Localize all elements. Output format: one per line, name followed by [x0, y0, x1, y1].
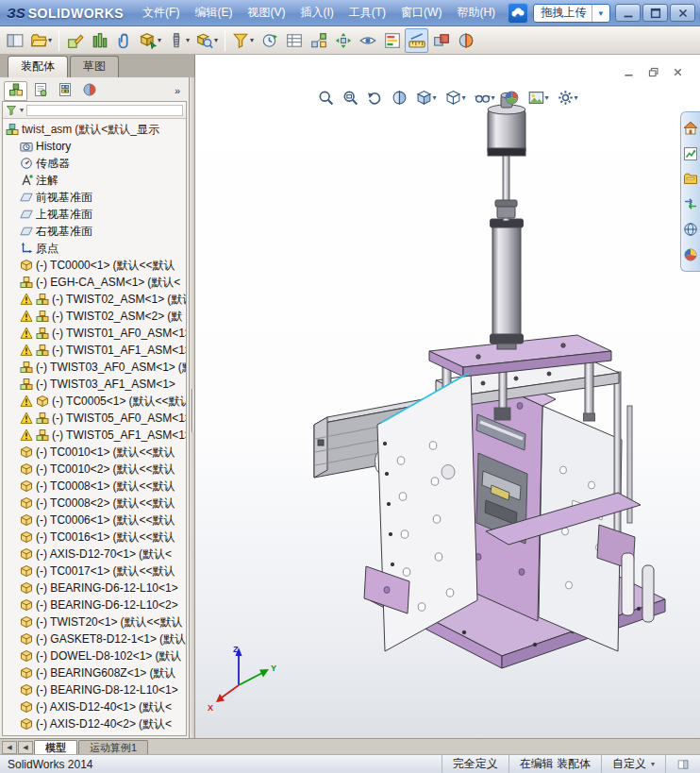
assembly-visualization-button[interactable] [380, 28, 404, 53]
tree-item[interactable]: (-) TWIST03_AF1_ASM<1> [3, 376, 186, 393]
home-tab[interactable] [683, 121, 698, 136]
tree-item[interactable]: (-) BEARING-D8-12-L10<1> [3, 681, 186, 698]
bill-of-materials-button[interactable] [282, 28, 306, 53]
tab-model[interactable]: 模型 [34, 740, 77, 754]
tab-motion-study[interactable]: 运动算例1 [78, 740, 148, 754]
tree-item[interactable]: twist_asm(默认<默认_显示 [3, 121, 186, 138]
move-component-button[interactable] [331, 28, 355, 53]
display-pane-button[interactable] [3, 28, 26, 53]
tree-item[interactable]: (-) TC0005<1>(默认<<默认 [3, 393, 186, 410]
zoom-to-area-button[interactable] [341, 89, 358, 107]
tree-item[interactable]: (-) AXIS-D12-40<1>(默认< [3, 698, 186, 715]
interference-detection-button[interactable] [429, 28, 453, 53]
new-motion-study-button[interactable] [258, 28, 281, 53]
document-minimize-button[interactable] [622, 66, 636, 78]
tree-item[interactable]: (-) GASKET8-D12-1<1>(默认 [3, 630, 186, 647]
filter-input[interactable] [26, 105, 183, 116]
tree-item[interactable]: (-) TC0008<1>(默认<<默认 [3, 478, 186, 495]
tree-item[interactable]: (-) AXIS-D12-40<2>(默认< [3, 715, 186, 732]
show-hidden-components-button[interactable] [356, 28, 379, 53]
command-tab[interactable]: 草图 [70, 56, 119, 77]
assembly-features-button[interactable]: ▾ [229, 28, 257, 53]
tree-item[interactable]: (-) TC0008<2>(默认<<默认 [3, 495, 186, 512]
tree-item[interactable]: (-) TWIST02_ASM<2>(默 [3, 308, 186, 325]
tree-item[interactable]: (-) TC0010<2>(默认<<默认 [3, 461, 186, 478]
configuration-manager-tab[interactable] [53, 81, 76, 101]
display-manager-tab[interactable] [77, 81, 101, 101]
tree-item[interactable]: 传感器 [3, 155, 186, 172]
command-tab[interactable]: 装配体 [8, 56, 68, 77]
tree-item[interactable]: (-) BEARING-D6-12-L10<1> [3, 580, 186, 597]
apply-scene-button[interactable]: ▾ [527, 89, 550, 107]
document-restore-button[interactable] [646, 66, 660, 78]
document-close-button[interactable] [671, 66, 685, 78]
menu-item[interactable]: 帮助(H) [449, 0, 503, 25]
tree-item[interactable]: History [3, 138, 186, 155]
menu-item[interactable]: 视图(V) [240, 0, 292, 25]
tree-item[interactable]: (-) BEARING608Z<1>(默认 [3, 664, 186, 681]
panel-splitter[interactable] [189, 77, 195, 738]
virtual-sharp-button[interactable] [88, 28, 111, 53]
design-library-tab[interactable] [683, 172, 698, 187]
tree-item[interactable]: (-) BEARING-D6-12-L10<2> [3, 597, 186, 613]
status-pane-toggle[interactable] [665, 755, 700, 773]
insert-component-button[interactable]: ▾ [137, 28, 164, 53]
tab-scroll-prev-button[interactable]: ◀ [18, 741, 33, 754]
edit-appearance-button[interactable] [503, 89, 521, 107]
minimize-button[interactable] [615, 4, 641, 22]
tree-item[interactable]: 原点 [3, 240, 186, 257]
tree-item[interactable]: (-) TC0000<1>(默认<<默认 [3, 257, 186, 274]
menu-item[interactable]: 插入(I) [292, 0, 341, 25]
appearances-scenes-tab[interactable] [683, 247, 698, 262]
tree-item[interactable]: (-) TWIST05_AF0_ASM<1> [3, 410, 186, 427]
open-folder-button[interactable]: ▾ [27, 28, 55, 53]
menu-item[interactable]: 工具(T) [342, 0, 393, 25]
tree-item[interactable]: 右视基准面 [3, 223, 186, 240]
edit-component-button[interactable] [63, 28, 87, 53]
view-palette-tab[interactable] [683, 222, 698, 237]
file-explorer-tab[interactable] [683, 196, 698, 211]
tree-item[interactable]: (-) TWIST05_AF1_ASM<1> [3, 427, 186, 444]
close-button[interactable] [670, 4, 695, 22]
display-style-button[interactable]: ▾ [443, 89, 466, 107]
exploded-view-button[interactable] [307, 28, 330, 53]
tree-item[interactable]: (-) TC0017<1>(默认<<默认 [3, 563, 186, 580]
filter-funnel-icon[interactable] [6, 105, 17, 116]
smart-fasteners-button[interactable]: ▾ [165, 28, 192, 53]
filter-dropdown-icon[interactable]: ▾ [20, 106, 24, 114]
tree-item[interactable]: (-) TC0016<1>(默认<<默认 [3, 529, 186, 546]
tree-item[interactable]: 上视基准面 [3, 206, 186, 223]
section-view-tool-button[interactable] [454, 28, 477, 53]
graphics-area[interactable]: ▾▾▾▾▾ [195, 55, 700, 738]
assembly-model[interactable]: Z Y X [195, 55, 700, 738]
air-cylinder[interactable] [488, 92, 525, 349]
menu-item[interactable]: 文件(F) [135, 0, 187, 25]
maximize-button[interactable] [642, 4, 668, 22]
tree-item[interactable]: (-) TWIST01_AF1_ASM<1> [3, 342, 186, 359]
hide-show-items-button[interactable]: ▾ [473, 89, 495, 107]
tree-item[interactable]: (-) TWIST20<1>(默认<<默认 [3, 613, 186, 630]
mate-button[interactable] [112, 28, 136, 53]
solidworks-resources-tab[interactable] [683, 146, 698, 161]
tree-item[interactable]: 注解 [3, 172, 186, 189]
view-orientation-button[interactable]: ▾ [414, 89, 437, 107]
measure-button[interactable] [405, 28, 428, 53]
tree-item[interactable]: (-) TC0006<1>(默认<<默认 [3, 512, 186, 529]
tree-item[interactable]: (-) TWIST02_ASM<1>(默认 [3, 291, 186, 308]
feature-manager-tab[interactable] [4, 81, 27, 101]
section-view-button[interactable] [390, 89, 408, 107]
tree-item[interactable]: (-) TWIST03_AF0_ASM<1>(默 [3, 359, 186, 376]
tree-item[interactable]: (-) DOWEL-D8-102<1>(默认 [3, 647, 186, 664]
tree-item[interactable]: 前视基准面 [3, 189, 186, 206]
view-settings-button[interactable]: ▾ [557, 89, 579, 107]
previous-view-button[interactable] [365, 89, 383, 107]
status-custom[interactable]: 自定义▾ [601, 755, 665, 773]
upload-dropdown-icon[interactable]: ▾ [592, 5, 603, 22]
tree-item[interactable]: (-) TC0010<1>(默认<<默认 [3, 444, 186, 461]
splitter-grip[interactable] [192, 389, 193, 432]
tree-item[interactable]: (-) EGH-CA_ASM<1>(默认< [3, 274, 186, 291]
property-manager-tab[interactable] [28, 81, 52, 101]
zoom-to-fit-button[interactable] [316, 89, 334, 107]
tree-item[interactable]: (-) AXIS-D12-70<1>(默认< [3, 546, 186, 563]
component-preview-button[interactable]: ▾ [193, 28, 221, 53]
